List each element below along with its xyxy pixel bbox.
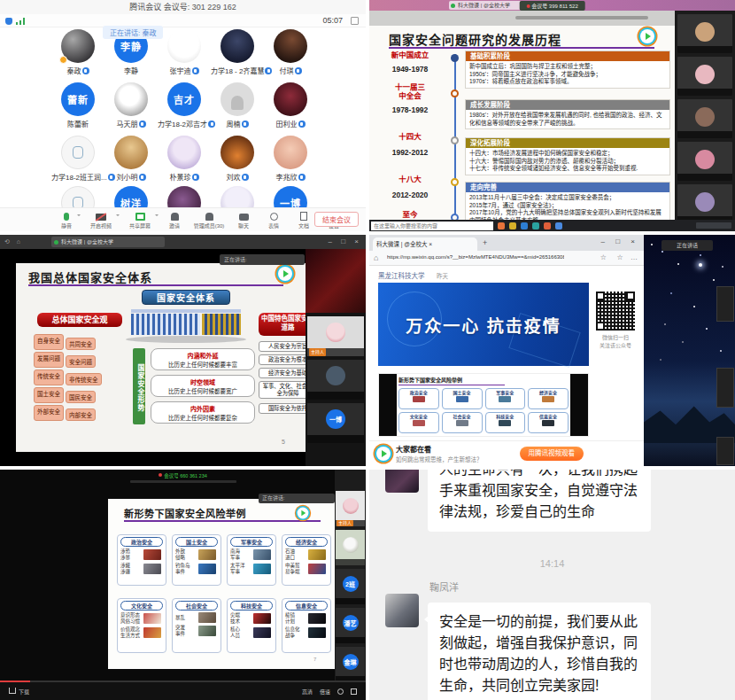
video-thumbnail[interactable] xyxy=(306,249,366,313)
video-thumbnail[interactable] xyxy=(677,14,732,53)
taskbar-app-icon[interactable] xyxy=(498,222,505,229)
emoji-button[interactable]: 表情 xyxy=(259,211,289,229)
share-screen-button[interactable]: 共享屏幕 xyxy=(120,211,159,229)
avatar[interactable] xyxy=(385,470,419,493)
participant-tile[interactable]: 张宇迪 xyxy=(158,29,211,75)
video-thumbnail[interactable] xyxy=(336,530,365,565)
video-thumbnail[interactable] xyxy=(716,286,734,322)
browser-tab[interactable]: 科大微课 | @全校大 × xyxy=(373,237,477,251)
player-fullscreen-icon[interactable] xyxy=(351,688,357,695)
concept-pair: 自身安全共同安全 xyxy=(34,334,96,350)
mute-button[interactable]: 静音 xyxy=(51,211,81,229)
taskbar-app-icon[interactable] xyxy=(521,222,528,229)
home-icon[interactable]: ⌂ xyxy=(374,253,378,262)
participant-name: 田利业 xyxy=(276,121,298,128)
era-label: 十八大 xyxy=(373,175,447,183)
embedded-slide-image: 新形势下国家安全风险举例 政治安全 国土安全 军事安全 经济安全 文化安全 社会… xyxy=(378,373,589,437)
end-meeting-button[interactable]: 结束会议 xyxy=(314,212,359,227)
nav-buttons[interactable]: ⟲ ⌂ xyxy=(4,238,23,245)
video-thumbnail[interactable] xyxy=(716,368,734,408)
participant-video-night-sky[interactable]: 正在讲话 xyxy=(644,235,735,466)
participant-name: 李静 xyxy=(124,67,138,75)
video-thumbnail[interactable]: 主持人 xyxy=(307,316,364,356)
participant-tile[interactable]: 李兆欣 xyxy=(264,136,317,182)
avatar xyxy=(167,29,201,63)
avatar xyxy=(695,192,715,212)
taskbar-app-icon[interactable] xyxy=(509,222,516,229)
download-button[interactable]: 下载 xyxy=(9,688,29,696)
participant-tile[interactable]: 吉才 力学18-2邓吉才 xyxy=(158,82,211,128)
video-thumbnail[interactable]: 潘艺 xyxy=(336,608,365,643)
avatar[interactable] xyxy=(385,594,419,627)
mini-slide-title: 新形势下国家安全风险举例 xyxy=(398,376,569,384)
taskbar-app-icon[interactable] xyxy=(532,222,539,229)
video-thumbnail[interactable] xyxy=(677,99,732,138)
audio-status-icon xyxy=(192,174,199,181)
participant-tile[interactable]: 力学18-2班王润... xyxy=(51,136,104,182)
participant-name: 陈蕾新 xyxy=(67,121,89,128)
security-system-panel: ⟲ ⌂ 科大微课 | @全校大学 – □ × 正在讲话: 我国总体国家安全体系 … xyxy=(0,235,366,466)
quality-button[interactable]: 高清 xyxy=(302,688,313,696)
chat-button[interactable]: 聊天 xyxy=(228,211,259,229)
participant-tile[interactable]: 马天朋 xyxy=(104,82,158,128)
camera-button[interactable]: 开启视频 xyxy=(81,211,120,229)
avatar xyxy=(326,323,345,342)
participant-tile[interactable]: 周楠 xyxy=(211,82,264,128)
mic-badge-icon xyxy=(59,56,67,64)
participant-tile[interactable]: 田利业 xyxy=(264,82,317,128)
video-thumbnail[interactable] xyxy=(307,360,364,400)
speed-button[interactable]: 倍速 xyxy=(320,688,330,696)
avatar xyxy=(695,65,715,84)
era-years: 2012-2020 xyxy=(373,191,447,199)
video-thumbnail[interactable]: 主持人 xyxy=(336,491,365,526)
name-bar xyxy=(336,559,365,565)
shield-icon xyxy=(5,18,12,25)
participant-name: 刘欢 xyxy=(227,174,241,182)
category-card: 信息安全 棱镜 计划 信息化 战争 xyxy=(282,598,331,653)
sender-name: 鞠凤洋 xyxy=(429,579,459,594)
progress-bar[interactable] xyxy=(0,681,366,682)
video-thumbnail[interactable] xyxy=(677,57,732,96)
window-controls[interactable]: – □ × xyxy=(601,237,639,245)
name-bar xyxy=(307,435,364,443)
participant-tile[interactable]: 秦政 xyxy=(51,29,104,75)
tencent-video-logo xyxy=(376,447,391,461)
participant-tile[interactable]: 蕾新 陈蕾新 xyxy=(51,82,104,128)
watch-button[interactable]: 用腾讯视频观看 xyxy=(520,447,584,461)
taskbar-app-icon[interactable] xyxy=(544,222,551,229)
url-text[interactable]: https://mp.weixin.qq.com/s?__biz=MzIwMTE… xyxy=(387,254,564,260)
window-controls[interactable]: – □ × xyxy=(329,237,362,245)
player-settings-icon[interactable] xyxy=(337,688,344,695)
fullscreen-icon[interactable] xyxy=(351,17,359,25)
taskbar-app-icon[interactable] xyxy=(555,222,562,229)
video-thumbnail[interactable]: 金琳 xyxy=(336,647,365,682)
browser-tab[interactable]: 科大微课 | @全校大学 xyxy=(51,237,165,247)
chevron-down-icon[interactable] xyxy=(77,214,81,218)
situation-box: 内外因素比历史上任何时候都要复杂 xyxy=(151,401,255,424)
video-thumbnail[interactable]: 一博 xyxy=(307,403,364,443)
situation-box: 时空领域比历史上任何时候都要宽广 xyxy=(151,375,255,397)
new-tab-button[interactable]: + xyxy=(483,238,487,247)
invite-button[interactable]: 邀请 xyxy=(159,211,190,229)
toolbar-icons[interactable]: ☆ … xyxy=(617,253,640,261)
participant-tile[interactable]: 力学18 - 2齐嘉慧 xyxy=(211,29,264,75)
participant-tile[interactable]: 付琪 xyxy=(264,29,317,75)
concept-pair: 发展问题安全问题 xyxy=(34,352,96,368)
taskbar-search-input[interactable] xyxy=(371,222,493,230)
manage-members-button[interactable]: 管理成员(30) xyxy=(190,211,228,229)
participant-sidebar xyxy=(675,11,735,220)
participant-name: 周楠 xyxy=(227,121,241,128)
video-thumbnail[interactable] xyxy=(716,437,734,465)
participant-tile[interactable]: 朴景珍 xyxy=(158,136,211,182)
chevron-down-icon[interactable] xyxy=(116,214,120,218)
favorite-star-icon[interactable]: ☆ xyxy=(600,253,607,261)
chevron-down-icon[interactable] xyxy=(155,214,159,218)
title-underline xyxy=(124,520,321,522)
video-thumbnail[interactable] xyxy=(677,184,732,223)
tencent-video-logo xyxy=(640,29,654,43)
video-thumbnail[interactable]: 2班 xyxy=(336,569,365,604)
video-thumbnail[interactable] xyxy=(677,142,732,181)
participant-tile[interactable]: 刘欢 xyxy=(211,136,264,182)
official-account-link[interactable]: 黑龙江科技大学 xyxy=(378,270,425,280)
participant-row: 秦政 李静 李静 张宇迪 力学18 - 2齐嘉慧 付琪 xyxy=(51,29,317,75)
